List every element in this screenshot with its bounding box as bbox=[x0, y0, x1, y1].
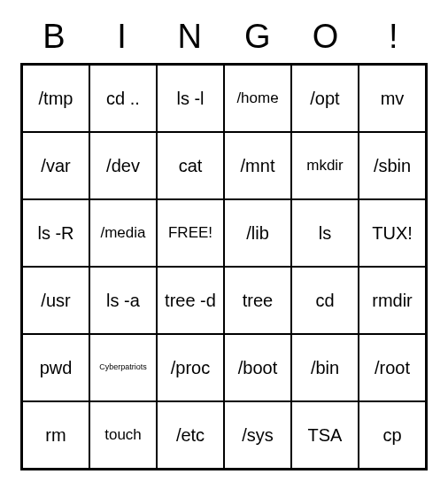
bingo-cell[interactable]: TUX! bbox=[359, 199, 426, 267]
bingo-cell[interactable]: cat bbox=[157, 132, 224, 199]
bingo-cell[interactable]: ls bbox=[291, 199, 359, 267]
bingo-cell[interactable]: /proc bbox=[157, 334, 224, 401]
header-cell-g: G bbox=[224, 18, 292, 56]
bingo-cell[interactable]: /etc bbox=[157, 401, 224, 469]
bingo-cell[interactable]: cd bbox=[291, 267, 359, 334]
bingo-cell[interactable]: /bin bbox=[291, 334, 359, 401]
bingo-cell[interactable]: /dev bbox=[89, 132, 157, 199]
header-cell-i: I bbox=[89, 18, 157, 56]
bingo-cell[interactable]: /var bbox=[22, 132, 89, 199]
bingo-cell[interactable]: mkdir bbox=[291, 132, 359, 199]
bingo-header-row: B I N G O ! bbox=[20, 18, 428, 56]
bingo-cell[interactable]: /home bbox=[224, 65, 291, 132]
header-cell-o: O bbox=[292, 18, 360, 56]
bingo-cell[interactable]: /tmp bbox=[22, 65, 89, 132]
header-cell-b: B bbox=[20, 18, 89, 56]
bingo-cell[interactable]: touch bbox=[89, 401, 157, 469]
bingo-cell[interactable]: rm bbox=[22, 401, 89, 469]
bingo-cell[interactable]: cp bbox=[359, 401, 426, 469]
bingo-cell[interactable]: /sbin bbox=[359, 132, 426, 199]
bingo-cell[interactable]: cd .. bbox=[89, 65, 157, 132]
header-cell-exclaim: ! bbox=[359, 18, 428, 56]
bingo-cell[interactable]: rmdir bbox=[359, 267, 426, 334]
bingo-cell[interactable]: TSA bbox=[291, 401, 359, 469]
bingo-grid: /tmpcd ..ls -l/home/optmv/var/devcat/mnt… bbox=[20, 63, 428, 470]
bingo-cell[interactable]: Cyberpatriots bbox=[89, 334, 157, 401]
bingo-cell[interactable]: mv bbox=[359, 65, 426, 132]
bingo-cell[interactable]: /lib bbox=[224, 199, 291, 267]
bingo-card: B I N G O ! /tmpcd ..ls -l/home/optmv/va… bbox=[18, 18, 430, 470]
bingo-cell[interactable]: /boot bbox=[224, 334, 291, 401]
bingo-cell[interactable]: tree bbox=[224, 267, 291, 334]
bingo-cell[interactable]: /sys bbox=[224, 401, 291, 469]
bingo-cell[interactable]: ls -l bbox=[157, 65, 224, 132]
bingo-cell[interactable]: pwd bbox=[22, 334, 89, 401]
bingo-cell[interactable]: /opt bbox=[291, 65, 359, 132]
bingo-cell[interactable]: ls -a bbox=[89, 267, 157, 334]
bingo-cell[interactable]: /media bbox=[89, 199, 157, 267]
bingo-cell[interactable]: /root bbox=[359, 334, 426, 401]
bingo-cell[interactable]: FREE! bbox=[157, 199, 224, 267]
bingo-cell[interactable]: /usr bbox=[22, 267, 89, 334]
bingo-cell[interactable]: ls -R bbox=[22, 199, 89, 267]
header-cell-n: N bbox=[156, 18, 224, 56]
bingo-cell[interactable]: /mnt bbox=[224, 132, 291, 199]
bingo-cell[interactable]: tree -d bbox=[157, 267, 224, 334]
